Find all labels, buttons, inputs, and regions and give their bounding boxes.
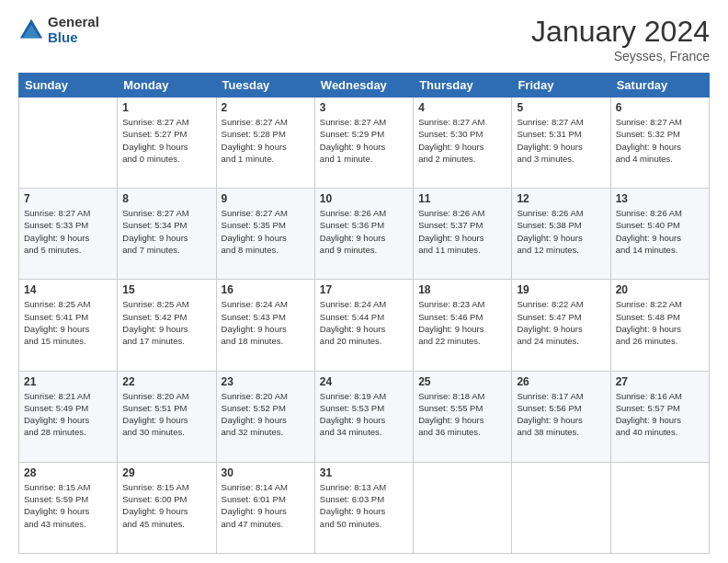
day-info: Sunrise: 8:26 AMSunset: 5:38 PMDaylight:… [517,207,605,256]
day-number: 15 [122,283,210,296]
day-number: 20 [616,283,704,296]
day-number: 9 [222,192,310,205]
day-number: 7 [24,192,112,205]
day-number: 2 [222,101,310,114]
calendar-cell-w4-d1: 29Sunrise: 8:15 AMSunset: 6:00 PMDayligh… [118,462,216,553]
day-info: Sunrise: 8:21 AMSunset: 5:49 PMDaylight:… [24,390,112,439]
calendar-cell-w3-d3: 24Sunrise: 8:19 AMSunset: 5:53 PMDayligh… [314,371,413,462]
calendar-cell-w3-d0: 21Sunrise: 8:21 AMSunset: 5:49 PMDayligh… [19,371,118,462]
month-title: January 2024 [531,15,710,49]
calendar-cell-w0-d5: 5Sunrise: 8:27 AMSunset: 5:31 PMDaylight… [512,98,610,189]
header-sunday: Sunday [19,74,118,98]
calendar-cell-w1-d2: 9Sunrise: 8:27 AMSunset: 5:35 PMDaylight… [216,189,314,280]
day-number: 21 [24,375,112,388]
calendar-cell-w1-d5: 12Sunrise: 8:26 AMSunset: 5:38 PMDayligh… [512,189,610,280]
week-row-1: 7Sunrise: 8:27 AMSunset: 5:33 PMDaylight… [19,189,710,280]
calendar-cell-w0-d3: 3Sunrise: 8:27 AMSunset: 5:29 PMDaylight… [314,98,413,189]
day-info: Sunrise: 8:26 AMSunset: 5:37 PMDaylight:… [418,207,506,256]
calendar-cell-w4-d5 [512,462,610,553]
calendar-cell-w3-d1: 22Sunrise: 8:20 AMSunset: 5:51 PMDayligh… [118,371,216,462]
calendar-table: Sunday Monday Tuesday Wednesday Thursday… [18,73,710,554]
day-info: Sunrise: 8:27 AMSunset: 5:33 PMDaylight:… [24,207,112,256]
day-info: Sunrise: 8:26 AMSunset: 5:36 PMDaylight:… [320,207,408,256]
calendar-cell-w0-d1: 1Sunrise: 8:27 AMSunset: 5:27 PMDaylight… [118,98,216,189]
calendar-cell-w2-d3: 17Sunrise: 8:24 AMSunset: 5:44 PMDayligh… [314,280,413,371]
calendar-cell-w3-d4: 25Sunrise: 8:18 AMSunset: 5:55 PMDayligh… [414,371,512,462]
logo: General Blue [18,15,99,45]
day-number: 1 [122,101,210,114]
calendar-cell-w0-d4: 4Sunrise: 8:27 AMSunset: 5:30 PMDaylight… [414,98,512,189]
day-number: 19 [517,283,605,296]
day-info: Sunrise: 8:22 AMSunset: 5:47 PMDaylight:… [517,298,605,347]
day-info: Sunrise: 8:17 AMSunset: 5:56 PMDaylight:… [517,390,605,439]
calendar-cell-w4-d3: 31Sunrise: 8:13 AMSunset: 6:03 PMDayligh… [314,462,413,553]
day-number: 29 [122,466,210,479]
calendar-cell-w4-d2: 30Sunrise: 8:14 AMSunset: 6:01 PMDayligh… [216,462,314,553]
day-info: Sunrise: 8:19 AMSunset: 5:53 PMDaylight:… [320,390,408,439]
day-number: 11 [418,192,506,205]
logo-icon [18,17,44,43]
day-number: 24 [320,375,408,388]
calendar-cell-w3-d2: 23Sunrise: 8:20 AMSunset: 5:52 PMDayligh… [216,371,314,462]
calendar-cell-w2-d6: 20Sunrise: 8:22 AMSunset: 5:48 PMDayligh… [610,280,709,371]
day-number: 27 [616,375,704,388]
day-number: 23 [222,375,310,388]
day-info: Sunrise: 8:24 AMSunset: 5:44 PMDaylight:… [320,298,408,347]
day-number: 13 [616,192,704,205]
header-wednesday: Wednesday [314,74,413,98]
logo-text: General Blue [48,15,99,45]
location: Seysses, France [531,49,710,63]
calendar-cell-w1-d6: 13Sunrise: 8:26 AMSunset: 5:40 PMDayligh… [610,189,709,280]
day-info: Sunrise: 8:13 AMSunset: 6:03 PMDaylight:… [320,481,408,530]
calendar-page: General Blue January 2024 Seysses, Franc… [0,0,728,563]
day-number: 16 [222,283,310,296]
calendar-cell-w2-d2: 16Sunrise: 8:24 AMSunset: 5:43 PMDayligh… [216,280,314,371]
day-number: 28 [24,466,112,479]
day-info: Sunrise: 8:23 AMSunset: 5:46 PMDaylight:… [418,298,506,347]
day-number: 5 [517,101,605,114]
day-number: 10 [320,192,408,205]
day-info: Sunrise: 8:27 AMSunset: 5:32 PMDaylight:… [616,116,704,165]
title-block: January 2024 Seysses, France [531,15,710,63]
day-number: 31 [320,466,408,479]
calendar-cell-w1-d3: 10Sunrise: 8:26 AMSunset: 5:36 PMDayligh… [314,189,413,280]
weekday-header-row: Sunday Monday Tuesday Wednesday Thursday… [19,74,710,98]
calendar-cell-w3-d6: 27Sunrise: 8:16 AMSunset: 5:57 PMDayligh… [610,371,709,462]
header-friday: Friday [512,74,610,98]
day-info: Sunrise: 8:25 AMSunset: 5:41 PMDaylight:… [24,298,112,347]
day-info: Sunrise: 8:16 AMSunset: 5:57 PMDaylight:… [616,390,704,439]
day-info: Sunrise: 8:20 AMSunset: 5:51 PMDaylight:… [122,390,210,439]
calendar-cell-w1-d0: 7Sunrise: 8:27 AMSunset: 5:33 PMDaylight… [19,189,118,280]
day-number: 26 [517,375,605,388]
day-info: Sunrise: 8:15 AMSunset: 6:00 PMDaylight:… [122,481,210,530]
calendar-cell-w2-d0: 14Sunrise: 8:25 AMSunset: 5:41 PMDayligh… [19,280,118,371]
day-number: 17 [320,283,408,296]
calendar-cell-w4-d6 [610,462,709,553]
day-info: Sunrise: 8:25 AMSunset: 5:42 PMDaylight:… [122,298,210,347]
day-info: Sunrise: 8:27 AMSunset: 5:30 PMDaylight:… [418,116,506,165]
calendar-cell-w2-d5: 19Sunrise: 8:22 AMSunset: 5:47 PMDayligh… [512,280,610,371]
calendar-cell-w3-d5: 26Sunrise: 8:17 AMSunset: 5:56 PMDayligh… [512,371,610,462]
day-info: Sunrise: 8:27 AMSunset: 5:34 PMDaylight:… [122,207,210,256]
day-info: Sunrise: 8:20 AMSunset: 5:52 PMDaylight:… [222,390,310,439]
week-row-0: 1Sunrise: 8:27 AMSunset: 5:27 PMDaylight… [19,98,710,189]
calendar-cell-w4-d4 [414,462,512,553]
calendar-cell-w2-d1: 15Sunrise: 8:25 AMSunset: 5:42 PMDayligh… [118,280,216,371]
day-info: Sunrise: 8:14 AMSunset: 6:01 PMDaylight:… [222,481,310,530]
day-info: Sunrise: 8:27 AMSunset: 5:28 PMDaylight:… [222,116,310,165]
logo-blue-text: Blue [48,30,99,46]
day-number: 22 [122,375,210,388]
day-info: Sunrise: 8:26 AMSunset: 5:40 PMDaylight:… [616,207,704,256]
day-number: 4 [418,101,506,114]
day-number: 30 [222,466,310,479]
day-number: 8 [122,192,210,205]
day-info: Sunrise: 8:27 AMSunset: 5:31 PMDaylight:… [517,116,605,165]
day-info: Sunrise: 8:27 AMSunset: 5:35 PMDaylight:… [222,207,310,256]
header-thursday: Thursday [414,74,512,98]
calendar-cell-w2-d4: 18Sunrise: 8:23 AMSunset: 5:46 PMDayligh… [414,280,512,371]
day-info: Sunrise: 8:22 AMSunset: 5:48 PMDaylight:… [616,298,704,347]
day-number: 3 [320,101,408,114]
header-tuesday: Tuesday [216,74,314,98]
day-number: 18 [418,283,506,296]
calendar-cell-w1-d1: 8Sunrise: 8:27 AMSunset: 5:34 PMDaylight… [118,189,216,280]
